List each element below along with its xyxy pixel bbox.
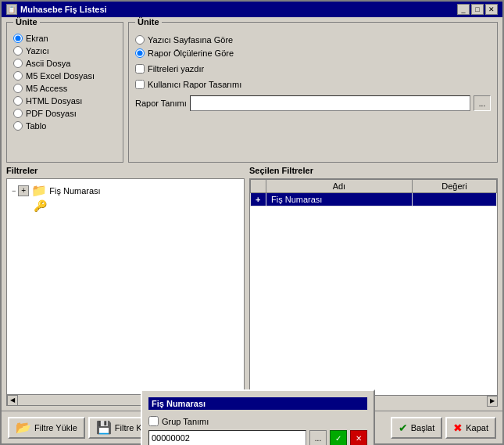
unite-right-panel: Ünite Yazıcı Sayfasına Göre Rapor Ölçüle… (128, 22, 498, 163)
rapor-tanimi-input[interactable] (190, 95, 470, 111)
grup-tanimi-checkbox[interactable] (148, 416, 159, 426)
radio-pdf-input[interactable] (13, 109, 23, 118)
close-button[interactable]: ✕ (485, 4, 498, 15)
rapor-tanimi-label: Rapor Tanımı (135, 99, 187, 108)
radio-rapor-olcu-label: Rapor Ölçülerine Göre (148, 48, 234, 58)
tree-add-button[interactable]: + (18, 185, 29, 196)
radio-ascii-input[interactable] (13, 59, 23, 68)
radio-tablo-input[interactable] (13, 121, 23, 131)
kullanici-checkbox[interactable] (135, 80, 145, 89)
radio-ascii[interactable]: Ascii Dosya (13, 59, 116, 68)
main-window: 📋 Muhasebe Fiş Listesi _ □ ✕ Ünite Ekran (0, 0, 504, 445)
unite-left-title: Ünite (13, 17, 40, 27)
radio-ascii-label: Ascii Dosya (26, 59, 70, 68)
window-icon: 📋 (6, 4, 17, 15)
filtreleri-yazdir-label: Filtreleri yazdır (148, 64, 204, 74)
radio-ms5access-input[interactable] (13, 84, 23, 93)
fis-input1[interactable] (148, 430, 306, 445)
baslat-button[interactable]: ✔ Başlat (391, 417, 443, 439)
tree-child-fis[interactable]: 🔑 (32, 199, 241, 213)
radio-yazici[interactable]: Yazıcı (13, 46, 116, 56)
radio-ekran-label: Ekran (26, 34, 48, 43)
rapor-tanimi-browse-button[interactable]: ... (474, 95, 491, 111)
filters-section: − + 📁 Fiş Numarası 🔑 ◀ ▶ (6, 178, 498, 406)
sub-radio-group: Yazıcı Sayfasına Göre Rapor Ölçülerine G… (135, 35, 491, 58)
filtre-yukle-button[interactable]: 📂 Filtre Yükle (8, 417, 85, 439)
radio-ekran[interactable]: Ekran (13, 34, 116, 43)
tree-folder-icon: 📁 (31, 183, 47, 198)
filtreleri-yazdir-checkbox[interactable] (135, 64, 145, 74)
filtre-kaydet-icon: 💾 (96, 420, 112, 435)
radio-yazici-sayfa-input[interactable] (135, 35, 145, 45)
radio-rapor-olcu-input[interactable] (135, 48, 145, 58)
row-adi-cell: Fiş Numarası (266, 193, 413, 206)
col-adi-header: Adı (266, 180, 413, 193)
title-bar-buttons: _ □ ✕ (457, 4, 498, 15)
kullanici-label: Kullanıcı Rapor Tasarımı (148, 80, 241, 89)
baslat-label: Başlat (411, 423, 435, 432)
grup-tanimi-label: Grup Tanımı (162, 417, 209, 426)
filter-tree: − + 📁 Fiş Numarası 🔑 (7, 179, 244, 216)
selected-filters-table: Adı Değeri + Fiş Numarası (250, 179, 497, 206)
scroll-left-arrow[interactable]: ◀ (7, 395, 18, 406)
dialog-input1-row: ... ✓ ✕ (148, 430, 367, 445)
radio-tablo-label: Tablo (26, 121, 46, 131)
rapor-tanimi-row: Rapor Tanımı ... (135, 95, 491, 111)
sel-scroll-right-arrow[interactable]: ▶ (487, 396, 498, 407)
main-content: Ünite Ekran Yazıcı Ascii Dosya (2, 17, 502, 411)
radio-html[interactable]: HTML Dosyası (13, 96, 116, 106)
minimize-button[interactable]: _ (457, 4, 470, 15)
radio-ekran-input[interactable] (13, 34, 23, 43)
filtreler-header: Filtreler (6, 166, 245, 175)
radio-ms5excel-label: M5 Excel Dosyası (26, 71, 95, 81)
radio-yazici-sayfa[interactable]: Yazıcı Sayfasına Göre (135, 35, 491, 45)
title-bar-left: 📋 Muhasebe Fiş Listesi (6, 4, 107, 15)
fis-numarasi-dialog: Fiş Numarası Grup Tanımı ... ✓ ✕ ... (141, 389, 375, 445)
tree-fis-label: Fiş Numarası (49, 186, 100, 196)
row-plus-cell: + (251, 193, 266, 206)
kapat-icon: ✖ (453, 422, 463, 434)
selected-filters-panel: Adı Değeri + Fiş Numarası ◀ (249, 178, 498, 406)
unite-right-title: Ünite (135, 17, 162, 27)
tree-expand-icon[interactable]: − (12, 187, 16, 195)
kullanici-row[interactable]: Kullanıcı Rapor Tasarımı (135, 80, 491, 89)
unite-radio-group: Ekran Yazıcı Ascii Dosya M5 Excel Dosyas… (13, 34, 116, 131)
kapat-label: Kapat (466, 423, 488, 432)
radio-ms5access-label: M5 Access (26, 84, 67, 93)
top-section: Ünite Ekran Yazıcı Ascii Dosya (6, 22, 498, 163)
radio-ms5excel-input[interactable] (13, 71, 23, 81)
radio-html-label: HTML Dosyası (26, 96, 82, 106)
radio-ms5access[interactable]: M5 Access (13, 84, 116, 93)
radio-tablo[interactable]: Tablo (13, 121, 116, 131)
secilen-filtreler-header: Seçilen Filtreler (249, 166, 498, 175)
filtre-yukle-icon: 📂 (16, 420, 31, 435)
selected-filter-row[interactable]: + Fiş Numarası (251, 193, 497, 206)
radio-ms5excel[interactable]: M5 Excel Dosyası (13, 71, 116, 81)
window-title: Muhasebe Fiş Listesi (20, 5, 107, 14)
filter-section-headers: Filtreler Seçilen Filtreler (6, 166, 498, 175)
kapat-button[interactable]: ✖ Kapat (445, 417, 496, 439)
radio-yazici-sayfa-label: Yazıcı Sayfasına Göre (148, 35, 233, 45)
col-plus-header (251, 180, 266, 193)
radio-pdf-label: PDF Dosyası (26, 109, 77, 118)
filtreleri-yazdir-row[interactable]: Filtreleri yazdır (135, 64, 491, 74)
fis-confirm-button[interactable]: ✓ (330, 430, 347, 445)
radio-yazici-label: Yazıcı (26, 46, 49, 56)
fis-browse1-button[interactable]: ... (309, 430, 327, 445)
radio-yazici-input[interactable] (13, 46, 23, 56)
tree-child-icon: 🔑 (34, 199, 47, 212)
radio-rapor-olcu[interactable]: Rapor Ölçülerine Göre (135, 48, 491, 58)
filter-tree-panel: − + 📁 Fiş Numarası 🔑 ◀ ▶ (6, 178, 245, 406)
bottom-right-buttons: ✔ Başlat ✖ Kapat (391, 417, 496, 439)
col-degeri-header: Değeri (412, 180, 496, 193)
maximize-button[interactable]: □ (471, 4, 484, 15)
dialog-grup-row: Grup Tanımı (148, 416, 367, 426)
radio-pdf[interactable]: PDF Dosyası (13, 109, 116, 118)
baslat-icon: ✔ (399, 422, 408, 434)
fis-cancel-button[interactable]: ✕ (350, 430, 367, 445)
radio-html-input[interactable] (13, 96, 23, 106)
filtre-yukle-label: Filtre Yükle (34, 423, 77, 432)
tree-row-fis[interactable]: − + 📁 Fiş Numarası (10, 182, 241, 199)
title-bar: 📋 Muhasebe Fiş Listesi _ □ ✕ (2, 2, 502, 17)
dialog-title: Fiş Numarası (148, 397, 367, 410)
